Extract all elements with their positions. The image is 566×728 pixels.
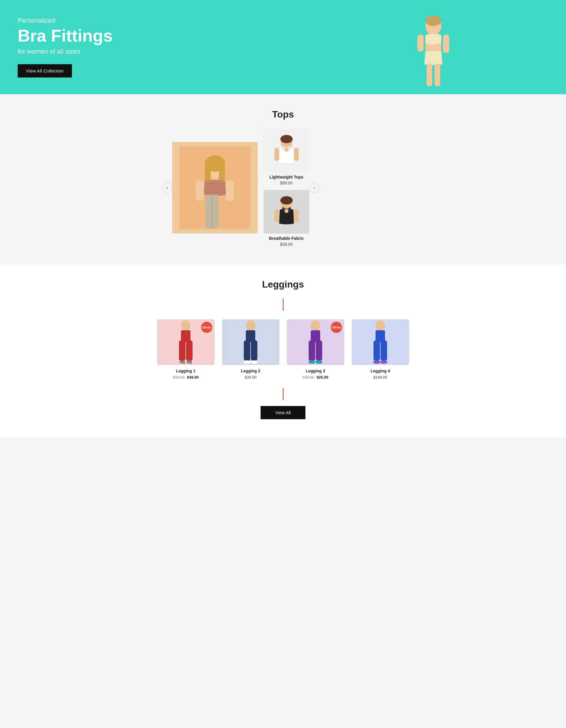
legging-4-price-normal: $199.00 bbox=[374, 375, 387, 379]
svg-rect-5 bbox=[418, 34, 424, 52]
view-all-collection-button[interactable]: View All Collection bbox=[18, 64, 72, 77]
svg-point-1 bbox=[425, 16, 441, 26]
legging-2-prices: $39.00 bbox=[245, 375, 256, 379]
svg-point-55 bbox=[250, 360, 257, 364]
legging-4-svg bbox=[355, 320, 405, 364]
lightweight-tops-image bbox=[267, 131, 306, 170]
svg-point-62 bbox=[316, 360, 323, 364]
svg-rect-20 bbox=[196, 180, 204, 201]
svg-rect-31 bbox=[285, 148, 288, 151]
svg-rect-29 bbox=[274, 148, 279, 161]
legging-3-prices: $29.00 $25.00 bbox=[303, 375, 329, 379]
leggings-bottom-divider bbox=[283, 388, 284, 400]
legging-card-1: Oferta Legging 1 $59.00 $49.00 bbox=[156, 319, 215, 379]
legging-1-price-sale: $49.00 bbox=[187, 375, 199, 379]
svg-rect-6 bbox=[443, 34, 449, 53]
svg-rect-53 bbox=[251, 340, 257, 361]
hero-content: Personalized Bra Fittings for women of a… bbox=[0, 5, 301, 90]
svg-rect-21 bbox=[226, 180, 234, 201]
tops-section-title: Tops bbox=[0, 109, 566, 120]
top-card-1-price: $99.00 bbox=[280, 181, 293, 185]
svg-point-61 bbox=[309, 360, 316, 364]
svg-point-64 bbox=[376, 320, 385, 331]
svg-rect-60 bbox=[316, 340, 322, 361]
legging-1-name: Legging 1 bbox=[176, 369, 195, 373]
svg-rect-28 bbox=[289, 146, 291, 150]
hero-image-area bbox=[301, 0, 566, 94]
legging-1-image-wrap: Oferta bbox=[157, 319, 214, 365]
svg-point-26 bbox=[280, 135, 293, 143]
legging-card-3: Oferta Legging 3 $29.00 $25.00 bbox=[286, 319, 345, 379]
legging-2-image bbox=[222, 319, 279, 365]
svg-rect-38 bbox=[294, 209, 299, 222]
svg-rect-12 bbox=[205, 164, 211, 181]
svg-rect-39 bbox=[285, 209, 288, 213]
svg-rect-44 bbox=[186, 340, 192, 361]
svg-rect-48 bbox=[190, 361, 192, 364]
tops-main-image bbox=[172, 142, 257, 233]
hero-model-image bbox=[404, 9, 463, 94]
legging-1-oferta-badge: Oferta bbox=[201, 322, 212, 333]
hero-section: Personalized Bra Fittings for women of a… bbox=[0, 0, 566, 94]
svg-rect-37 bbox=[274, 209, 279, 222]
svg-rect-43 bbox=[179, 340, 185, 361]
svg-rect-30 bbox=[294, 148, 299, 161]
svg-point-57 bbox=[311, 320, 320, 331]
svg-rect-67 bbox=[381, 340, 387, 361]
svg-rect-27 bbox=[282, 146, 285, 150]
legging-3-price-original: $29.00 bbox=[303, 375, 314, 379]
hero-subtitle: Personalized bbox=[18, 17, 283, 24]
tops-main-model bbox=[179, 146, 250, 229]
legging-1-prices: $59.00 $49.00 bbox=[173, 375, 199, 379]
legging-card-2: Legging 2 $39.00 bbox=[221, 319, 280, 379]
svg-rect-52 bbox=[244, 340, 250, 361]
tops-section: Tops ‹ bbox=[0, 94, 566, 264]
carousel-prev-button[interactable]: ‹ bbox=[162, 183, 172, 193]
legging-2-svg bbox=[225, 320, 275, 364]
top-card-2-name: Breathable Fabric bbox=[269, 236, 304, 241]
svg-point-68 bbox=[373, 360, 380, 364]
svg-rect-7 bbox=[427, 64, 432, 86]
legging-3-oferta-badge: Oferta bbox=[331, 322, 342, 333]
svg-rect-59 bbox=[309, 340, 315, 361]
top-card-1-image bbox=[263, 129, 309, 172]
legging-4-image bbox=[352, 319, 409, 365]
svg-point-34 bbox=[280, 196, 293, 204]
leggings-grid: Oferta Legging 1 $59.00 $49.00 bbox=[150, 319, 416, 379]
leggings-section-title: Leggings bbox=[0, 279, 566, 290]
breathable-fabric-image bbox=[267, 193, 306, 231]
top-card-2-image bbox=[263, 190, 309, 234]
legging-2-price-normal: $39.00 bbox=[245, 375, 256, 379]
hero-description: for women of all sizes bbox=[18, 48, 283, 55]
leggings-top-divider bbox=[283, 299, 284, 311]
hero-title: Bra Fittings bbox=[18, 26, 283, 45]
legging-4-prices: $199.00 bbox=[374, 375, 387, 379]
tops-products-list: Lightweight Tops $99.00 bbox=[263, 129, 309, 247]
tops-carousel: ‹ bbox=[162, 129, 404, 247]
legging-4-image-wrap bbox=[352, 319, 409, 365]
svg-rect-35 bbox=[282, 207, 285, 212]
carousel-next-button[interactable]: › bbox=[309, 183, 319, 193]
svg-rect-13 bbox=[219, 164, 225, 181]
top-card-1: Lightweight Tops $99.00 bbox=[263, 129, 309, 185]
legging-card-4: Legging 4 $199.00 bbox=[351, 319, 410, 379]
top-card-2-price: $39.00 bbox=[280, 242, 293, 247]
legging-4-name: Legging 4 bbox=[371, 369, 390, 373]
svg-rect-47 bbox=[184, 361, 185, 364]
legging-3-name: Legging 3 bbox=[306, 369, 325, 373]
svg-point-54 bbox=[243, 360, 250, 364]
svg-rect-36 bbox=[289, 207, 291, 212]
legging-3-price-sale: $25.00 bbox=[317, 375, 329, 379]
view-all-button[interactable]: View All bbox=[260, 406, 306, 419]
legging-2-name: Legging 2 bbox=[241, 369, 260, 373]
svg-point-41 bbox=[181, 320, 190, 331]
svg-rect-66 bbox=[374, 340, 380, 361]
top-card-1-name: Lightweight Tops bbox=[269, 175, 303, 179]
legging-1-price-original: $59.00 bbox=[173, 375, 184, 379]
leggings-section: Leggings bbox=[0, 264, 566, 437]
legging-3-image-wrap: Oferta bbox=[287, 319, 344, 365]
svg-rect-8 bbox=[435, 64, 440, 86]
legging-2-image-wrap bbox=[222, 319, 279, 365]
top-card-2: Breathable Fabric $39.00 bbox=[263, 190, 309, 247]
svg-point-50 bbox=[246, 320, 255, 331]
